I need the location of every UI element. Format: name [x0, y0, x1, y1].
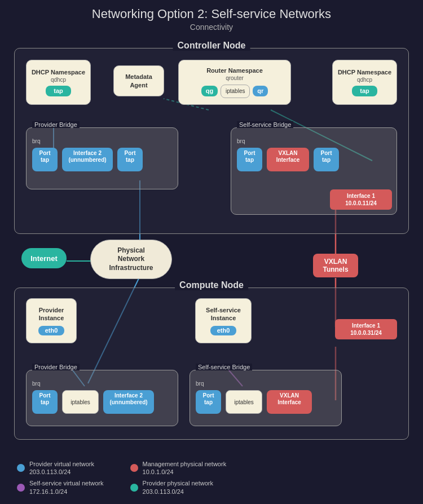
internet-pill: Internet: [21, 248, 67, 268]
provider-bridge-port-tap-right: Porttap: [117, 148, 143, 171]
dhcp-left-tap: tap: [46, 86, 71, 96]
provider-bridge-port-tap-left: Port tap: [32, 148, 58, 171]
compute-ss-iptables: iptables: [226, 390, 262, 414]
dhcp-namespace-left: DHCP Namespace qdhcp tap: [26, 60, 91, 105]
compute-provider-port-tap: Porttap: [32, 390, 58, 414]
page-title: Networking Option 2: Self-service Networ…: [0, 0, 423, 21]
router-namespace: Router Namespace qrouter qg iptables qr: [178, 60, 291, 105]
selfservice-bridge-controller: Self-service Bridge brq Porttap VXLANInt…: [231, 127, 397, 215]
router-qr: qr: [253, 86, 268, 96]
compute-ss-port-tap: Porttap: [196, 390, 221, 414]
page-subtitle: Connectivity: [0, 23, 423, 32]
controller-label: Controller Node: [173, 41, 250, 51]
router-iptables: iptables: [221, 85, 250, 98]
controller-node: Controller Node DHCP Namespace qdhcp tap…: [14, 48, 409, 234]
vxlan-tunnels: VXLAN Tunnels: [313, 254, 358, 277]
ss-instance-eth0: eth0: [210, 326, 237, 335]
compute-provider-iptables: iptables: [62, 390, 99, 414]
provider-bridge-compute: Provider Bridge brq Porttap iptables Int…: [26, 370, 178, 426]
ss-bridge-port-tap-right: Porttap: [314, 148, 339, 171]
dhcp-namespace-right: DHCP Namespace qdhcp tap: [332, 60, 397, 105]
compute-node: Compute Node ProviderInstance eth0 Self-…: [14, 288, 409, 440]
provider-instance-eth0: eth0: [38, 326, 65, 335]
compute-ss-vxlan: VXLANInterface: [267, 390, 312, 414]
metadata-agent: MetadataAgent: [113, 65, 164, 96]
physical-network: PhysicalNetworkInfrastructure: [90, 240, 172, 279]
selfservice-bridge-compute: Self-service Bridge brq Porttap iptables…: [190, 370, 342, 426]
provider-bridge-controller: Provider Bridge brq Port tap Interface 2…: [26, 127, 178, 189]
provider-bridge-interface2: Interface 2(unnumbered): [62, 148, 113, 171]
router-qg: qg: [201, 86, 218, 96]
legend-item-selfservice-virtual: Self-service virtual network172.16.1.0/2…: [17, 479, 113, 496]
compute-interface1: Interface 110.0.0.31/24: [335, 319, 397, 339]
ss-bridge-interface1-controller: Interface 110.0.0.11/24: [330, 189, 392, 210]
provider-instance: ProviderInstance eth0: [26, 298, 77, 343]
legend-item-management: Management physical network10.0.1.0/24: [130, 460, 227, 476]
dhcp-right-tap: tap: [352, 86, 377, 96]
compute-label: Compute Node: [175, 280, 248, 290]
legend-item-provider-virtual: Provider virtual network203.0.113.0/24: [17, 460, 113, 476]
ss-bridge-vxlan: VXLANInterface: [267, 148, 309, 171]
ss-bridge-port-tap-left: Porttap: [237, 148, 262, 171]
selfservice-instance: Self-serviceInstance eth0: [195, 298, 252, 343]
legend-item-provider-physical: Provider physical network203.0.113.0/24: [130, 479, 227, 496]
compute-provider-interface2: Interface 2(unnumbered): [103, 390, 154, 414]
legend: Provider virtual network203.0.113.0/24 M…: [17, 460, 226, 496]
